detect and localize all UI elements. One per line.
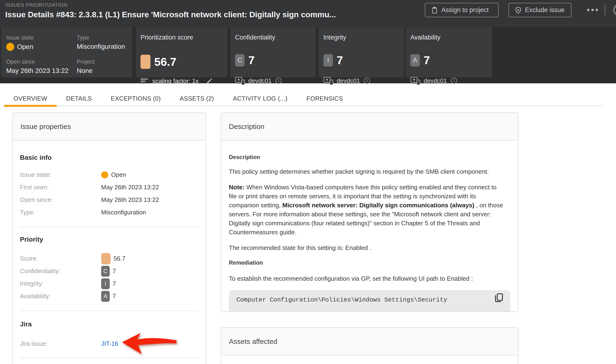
confidentiality-badge: C — [101, 266, 110, 277]
issue-properties-header: Issue properties — [13, 113, 206, 141]
red-arrow-annotation — [121, 332, 178, 355]
jira-issue-row: Jira issue: JIT-16 — [20, 338, 199, 350]
availability-badge: A — [410, 54, 420, 66]
assets-affected-header: Assets affected — [221, 328, 518, 355]
cia-panel-title: Integrity — [323, 34, 346, 41]
availability-badge: A — [101, 291, 110, 302]
row-label: First seen: — [20, 184, 101, 191]
issue-state-panel: Issue state Open Type Misconfiguration O… — [1, 27, 132, 78]
score-color-swatch — [140, 55, 151, 69]
row-value: 7 — [112, 267, 116, 275]
score-row: Score: 56.7 — [20, 252, 199, 265]
description-paragraphs: This policy setting determines whether p… — [229, 167, 510, 252]
info-icon[interactable] — [450, 77, 458, 84]
cia-panel-title: Confidentiality — [235, 34, 275, 41]
breadcrumb: ISSUES PRIORITIZATION — [5, 2, 67, 8]
prioritization-score-panel: Prioritization score 56.7 scaling factor… — [136, 27, 227, 78]
section-divider — [20, 358, 199, 358]
project-value: None — [77, 67, 93, 75]
cia-panel-title: Availability — [410, 34, 440, 41]
shield-x-icon — [515, 7, 522, 14]
info-icon[interactable] — [275, 77, 282, 84]
issue-details-screen: ISSUES PRIORITIZATION Issue Details #843… — [0, 0, 616, 364]
tab-forensics[interactable]: FORENSICS — [297, 91, 352, 105]
exclude-issue-label: Exclude issue — [525, 6, 565, 14]
scaling-factor-label: scaling factor: 1x — [152, 78, 199, 85]
project-label: Project — [77, 58, 95, 65]
open-state-dot — [101, 171, 108, 179]
type-field: Type Misconfiguration — [77, 34, 125, 51]
remediation-text: To establish the recommended configurati… — [229, 274, 510, 283]
issue-state-value: Open — [17, 43, 33, 51]
tab-activity-log[interactable]: ACTIVITY LOG (...) — [223, 91, 297, 105]
tab-assets[interactable]: ASSETS (2) — [170, 91, 223, 105]
tab-details[interactable]: DETAILS — [57, 91, 101, 105]
availability-panel: Availability A 7 devdc01 — [406, 27, 492, 78]
confidentiality-row: Confidentiality: C7 — [20, 265, 199, 277]
description-card-header: Description — [221, 113, 518, 141]
description-section-heading: Description — [229, 154, 510, 160]
row-label: Jira issue: — [20, 340, 101, 347]
availability-row: Availability: A7 — [20, 290, 199, 302]
assign-to-project-button[interactable]: Assign to project — [425, 3, 499, 17]
project-field: Project None — [77, 58, 95, 75]
score-panel-title: Prioritization score — [140, 34, 193, 41]
row-label: Type: — [20, 209, 101, 216]
row-label: Availability: — [20, 293, 101, 300]
row-value: 7 — [112, 280, 116, 287]
row-label: Confidentiality: — [20, 267, 101, 275]
row-value: May 26th 2023 13:22 — [101, 196, 159, 204]
basic-info-heading: Basic info — [20, 154, 199, 161]
asset-name: devdc01 — [424, 77, 447, 84]
type-row: Type: Misconfiguration — [20, 206, 199, 219]
first-seen-row: First seen: May 26th 2023 13:22 — [20, 181, 199, 194]
row-value: Open — [111, 171, 126, 179]
tab-exceptions[interactable]: EXCEPTIONS (0) — [101, 91, 170, 105]
integrity-panel: Integrity I 7 devdc01 — [319, 27, 404, 78]
issue-properties-card: Issue properties Basic info Issue state:… — [12, 112, 206, 364]
availability-value: 7 — [424, 54, 430, 67]
integrity-row: Integrity: I7 — [20, 277, 199, 290]
tab-bar: OVERVIEW DETAILS EXCEPTIONS (0) ASSETS (… — [4, 91, 603, 106]
assets-affected-card: Assets affected — [221, 327, 518, 364]
confidentiality-panel: Confidentiality C 7 devdc01 — [230, 27, 316, 78]
description-paragraph: Note: When Windows Vista-based computers… — [229, 183, 505, 237]
confidentiality-value: 7 — [248, 54, 255, 67]
tab-overview[interactable]: OVERVIEW — [4, 91, 57, 105]
row-label: Integrity: — [20, 280, 101, 287]
asset-device-icon — [323, 77, 333, 85]
clipboard-icon — [431, 7, 438, 14]
type-value: Misconfiguration — [77, 43, 125, 51]
info-icon[interactable] — [363, 77, 371, 84]
more-actions-button[interactable] — [587, 7, 601, 13]
integrity-badge: I — [323, 54, 333, 66]
asset-device-icon — [235, 77, 245, 85]
jira-issue-link[interactable]: JIT-16 — [101, 340, 118, 347]
asset-name: devdc01 — [337, 77, 360, 84]
remediation-code-block: Computer Configuration\Policies\Windows … — [229, 290, 510, 312]
description-paragraph: The recommended state for this setting i… — [229, 243, 505, 252]
open-since-row: Open since: May 26th 2023 13:22 — [20, 194, 199, 206]
open-since-label: Open since — [6, 58, 68, 65]
row-value: Misconfiguration — [101, 209, 146, 216]
section-divider — [20, 227, 199, 227]
score-color-swatch — [101, 253, 111, 264]
edit-scaling-icon[interactable] — [206, 78, 213, 85]
help-icon[interactable] — [613, 4, 616, 16]
issue-state-row: Issue state: Open — [20, 169, 199, 181]
confidentiality-badge: C — [235, 54, 245, 66]
priority-heading: Priority — [20, 236, 199, 243]
description-card: Description Description This policy sett… — [221, 112, 518, 312]
exclude-issue-button[interactable]: Exclude issue — [508, 3, 572, 17]
description-paragraph: This policy setting determines whether p… — [229, 167, 505, 176]
integrity-value: 7 — [337, 54, 343, 67]
jira-heading: Jira — [20, 320, 199, 328]
issue-state-label: Issue state — [6, 34, 34, 41]
copy-icon[interactable] — [494, 293, 504, 303]
row-label: Score: — [20, 255, 101, 262]
remediation-heading: Remediation — [229, 260, 510, 266]
row-label: Open since: — [20, 196, 101, 204]
asset-name: devdc01 — [248, 77, 272, 84]
header-divider — [605, 4, 605, 15]
page-title: Issue Details #843: 2.3.8.1 (L1) Ensure … — [5, 10, 336, 19]
